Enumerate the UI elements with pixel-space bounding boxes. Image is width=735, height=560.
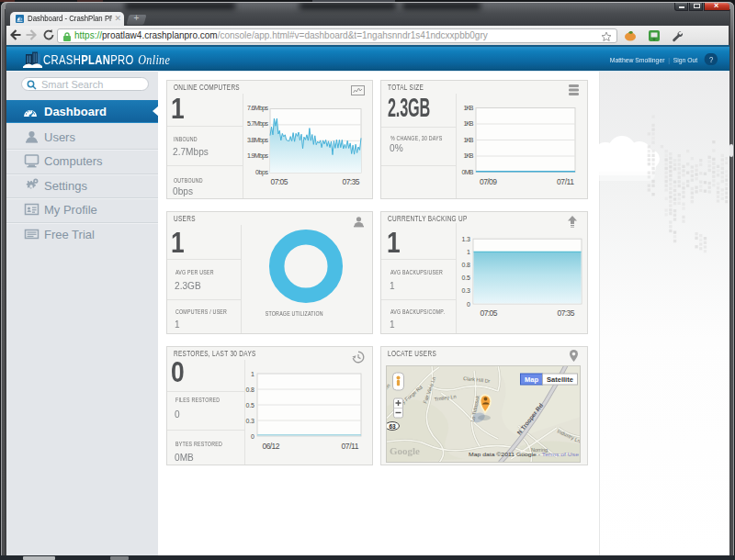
svg-text:07:05: 07:05 bbox=[271, 177, 288, 186]
svg-text:1KB: 1KB bbox=[464, 105, 474, 111]
svg-text:0: 0 bbox=[251, 433, 254, 440]
svg-text:07:35: 07:35 bbox=[558, 308, 575, 318]
svg-text:Satellite: Satellite bbox=[547, 375, 573, 384]
svg-text:Map: Map bbox=[525, 375, 538, 384]
svg-text:07:05: 07:05 bbox=[481, 308, 498, 318]
svg-text:Map data ©2011 Google - Terms: Map data ©2011 Google - Terms of Use bbox=[469, 451, 580, 457]
svg-text:0.3: 0.3 bbox=[462, 287, 471, 294]
svg-text:0bps: 0bps bbox=[255, 169, 269, 176]
svg-text:0: 0 bbox=[467, 301, 470, 308]
svg-text:1KB: 1KB bbox=[464, 120, 474, 127]
svg-text:0.5: 0.5 bbox=[462, 274, 471, 281]
svg-text:1: 1 bbox=[251, 371, 254, 377]
svg-text:0.8: 0.8 bbox=[462, 262, 471, 268]
svg-text:3.8Mbps: 3.8Mbps bbox=[247, 137, 269, 144]
svg-text:0MB: 0MB bbox=[462, 169, 474, 175]
svg-text:1.9Mbps: 1.9Mbps bbox=[247, 152, 269, 160]
svg-text:06/12: 06/12 bbox=[263, 442, 280, 451]
svg-text:63: 63 bbox=[389, 423, 396, 430]
svg-text:1: 1 bbox=[467, 249, 470, 255]
svg-text:07/11: 07/11 bbox=[557, 177, 574, 186]
svg-text:0.5: 0.5 bbox=[246, 402, 255, 409]
svg-text:7.6Mbps: 7.6Mbps bbox=[247, 105, 269, 112]
svg-text:07/11: 07/11 bbox=[342, 442, 359, 451]
svg-text:0.3: 0.3 bbox=[246, 418, 255, 424]
svg-text:1.3: 1.3 bbox=[462, 236, 471, 242]
svg-text:5.7Mbps: 5.7Mbps bbox=[247, 120, 269, 128]
svg-text:Google: Google bbox=[390, 445, 420, 456]
svg-text:1KB: 1KB bbox=[464, 152, 474, 159]
svg-text:07/09: 07/09 bbox=[480, 177, 497, 186]
svg-text:07:35: 07:35 bbox=[343, 177, 360, 186]
svg-text:1KB: 1KB bbox=[464, 137, 474, 143]
svg-text:0.8: 0.8 bbox=[246, 386, 255, 393]
